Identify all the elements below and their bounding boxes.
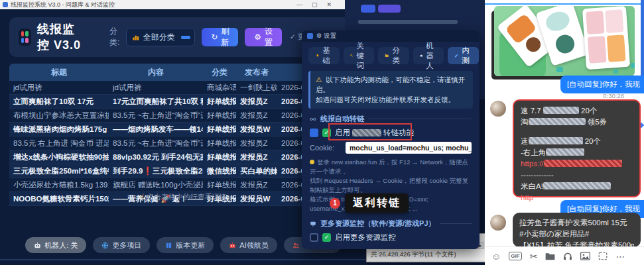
cell-category: 好单线报-... <box>203 125 236 134</box>
tab-beta[interactable]: 内测 <box>448 47 479 64</box>
cell-category: 好单线报-... <box>203 111 236 121</box>
link-icon <box>310 116 316 123</box>
tab-robot[interactable]: 机器人 <box>413 47 444 64</box>
cell-content: 到手29.9❗三元极致全脂250ml*16... <box>109 166 203 176</box>
cell-publisher: 发报员Z <box>236 180 277 190</box>
category-select[interactable]: 全部分类 <box>126 28 196 46</box>
version-update-button[interactable]: 版本更新 <box>157 237 214 253</box>
enable-more-row: ✓ 启用更多资源监控 <box>310 233 472 242</box>
cell-title: 布根坝山宁参冰恙大豆置凉拔 83.5元 <box>9 111 109 121</box>
tab-keywords[interactable]: 关键词 <box>344 47 375 64</box>
maximize-button[interactable]: ▢ <box>312 1 318 8</box>
emoji-icon[interactable]: ☺ <box>491 252 501 261</box>
cell-title: 小壳泌尿处方猫粮1.5kg 139元 <box>9 180 109 190</box>
screenshot-scissors-icon[interactable]: ✂ <box>530 252 538 261</box>
category-label: 分类: <box>109 26 121 48</box>
section-more-monitor: 更多资源监控（软件/资源/游戏PJ） <box>310 219 472 229</box>
file-icon[interactable] <box>545 252 555 260</box>
gear-icon: ⚙ <box>254 32 261 42</box>
deal-message-bubble: 速 7.7 20个 淘 领5券 速 20个 -右上角 https:// ----… <box>513 99 641 197</box>
settings-button[interactable]: ⚙ 设置 <box>245 28 282 46</box>
cookie-label: Cookie: <box>310 144 342 152</box>
close-button[interactable]: ✕ <box>326 1 332 8</box>
avatar <box>490 101 506 117</box>
cell-content: 88vlp30.92元 到手24包无敌垫4.48... <box>109 152 203 162</box>
dialog-icon <box>307 33 313 39</box>
cell-content: 17元立而爽船袜了共10双 秋季桂丽后石... <box>109 97 203 107</box>
chat-top-border <box>485 3 641 5</box>
settings-dialog: ⚙ 设置 基础 关键词 分类 机器人 内测 ⚠ 以下功能为内测功能，可能不稳定，… <box>302 30 480 249</box>
ai-robot-icon <box>229 242 236 249</box>
redacted-text <box>543 182 611 189</box>
folder-icon <box>385 52 389 59</box>
cell-publisher: 发报员Z <box>236 138 277 148</box>
cell-content: 旗舰店 赠送吃100g小壳泌尿处方猫粮... <box>109 180 203 190</box>
pointing-hand-icon: ☝ <box>139 192 144 201</box>
gear-icon: ⚙ <box>316 32 322 39</box>
status-bar: 共 26,428,426 字节(11 个文件) <box>367 249 487 260</box>
tab-category[interactable]: 分类 <box>378 47 409 64</box>
check-icon: ✓ <box>322 233 331 242</box>
redacted-text <box>352 129 381 136</box>
cell-content: ——烟肉烤肠发车——领140-60补... <box>109 125 203 134</box>
chat-input-toolbar: ☺ GIF ✂ ⋯ <box>485 246 644 265</box>
ai-navigator-button[interactable]: AI领航员 <box>220 237 277 253</box>
window-bottom-edge <box>0 259 366 260</box>
cookie-row: Cookie: mochu_us_load=mochu_us; mochu_us… <box>310 142 472 154</box>
robot-toggle-button[interactable]: 机器人: 关 <box>25 237 86 253</box>
more-icon[interactable]: ⋯ <box>615 252 625 261</box>
cell-category: 微信线报-... <box>203 166 236 176</box>
cell-content: 83.5元 ~右上角进“淘金币”进足迹... <box>109 111 203 121</box>
cell-category: 好单线报-... <box>203 138 236 148</box>
col-header-content: 内容 <box>109 67 203 78</box>
headset-icon[interactable] <box>563 252 572 260</box>
bg-window-button[interactable] <box>361 5 375 13</box>
chat-window: [自动回复]你好，我现 0:30:28 速 7.7 20个 淘 领5券 速 20… <box>485 0 644 265</box>
enable-rebate-row: ✓ 启用 转链功能 <box>310 128 472 138</box>
redacted-text <box>529 118 586 125</box>
lightbulb-icon <box>310 160 314 164</box>
avatar <box>490 215 506 231</box>
bg-window-text <box>358 20 458 24</box>
category-value: 全部分类 <box>143 32 175 43</box>
redacted-text <box>529 137 583 144</box>
refresh-button[interactable]: ↻ 刷新 <box>202 28 238 46</box>
robot-icon <box>34 242 41 249</box>
cookie-input[interactable]: mochu_us_load=mochu_us; mochu_us_notice <box>346 142 472 154</box>
gif-icon[interactable]: GIF <box>509 252 521 260</box>
cell-publisher: 发报员Z <box>236 152 277 162</box>
cell-title: 三元极致全脂250ml*16盒纯牛奶 29... <box>9 166 109 176</box>
section-rebate-link: 线报自动转链 <box>310 114 472 124</box>
dialog-tabs: 基础 关键词 分类 机器人 内测 <box>302 42 480 67</box>
timestamp: 0:30:28 <box>603 92 624 99</box>
image-icon[interactable] <box>580 252 590 260</box>
deal-link[interactable]: https:// <box>521 160 544 168</box>
cell-title: 锋味派黑猪肉烟肉烤肠175g 任选5件... <box>9 125 109 134</box>
cell-publisher: 发报员W <box>236 125 277 134</box>
dropdown-indicator-icon <box>181 36 190 39</box>
os-titlebar: 线报监控系统 V3.0 - 问题库 & 对话监控 — ▢ ✕ <box>0 0 366 9</box>
cell-content: 83.5元 ~右上角进“淘金币”进足迹... <box>109 138 203 148</box>
screen-share-icon[interactable] <box>598 252 608 260</box>
robot-icon <box>420 52 423 59</box>
cell-title: 83.5元 右上角进 淘金币 进足迹拍 有... <box>9 138 109 148</box>
annotation-badge: 1 <box>330 198 340 209</box>
chart-icon <box>132 34 139 41</box>
cell-category: 好单线报-... <box>203 180 236 190</box>
window-title: 线报监控系统 V3.0 - 问题库 & 对话监控 <box>11 1 115 9</box>
redacted-text <box>543 107 579 114</box>
minimize-button[interactable]: — <box>296 1 302 8</box>
pencil-icon <box>454 52 459 59</box>
redacted-link <box>544 160 622 167</box>
bg-window-button[interactable] <box>378 5 401 13</box>
dialog-titlebar: ⚙ 设置 <box>302 30 480 42</box>
cell-category: 好单线报-... <box>203 152 236 162</box>
sticker-product-image <box>494 6 635 76</box>
checkbox-more[interactable] <box>310 233 318 242</box>
col-header-title: 标题 <box>9 67 109 78</box>
checkbox-rebate[interactable] <box>310 129 318 137</box>
tab-basic[interactable]: 基础 <box>308 47 340 64</box>
col-header-publisher: 发布者 <box>236 67 277 78</box>
more-projects-button[interactable]: 更多项目 <box>93 237 150 253</box>
cell-publisher: 发报员Z <box>236 97 277 107</box>
